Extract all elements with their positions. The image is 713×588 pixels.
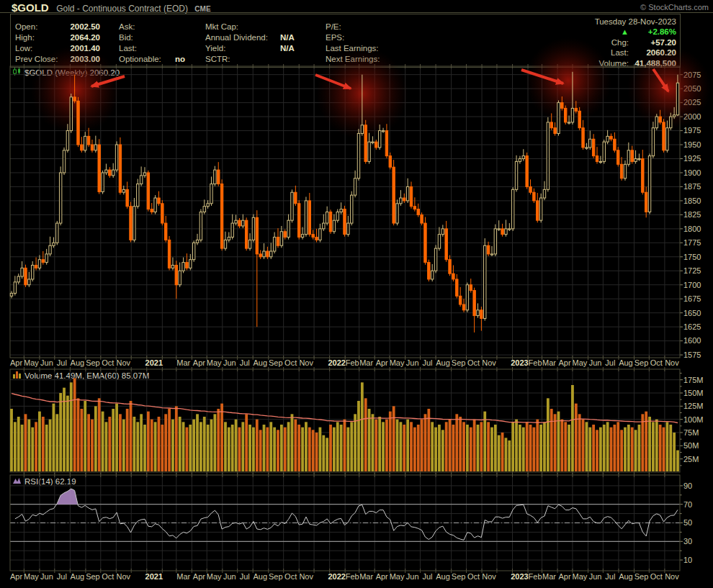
month-label-bottom: May bbox=[573, 572, 588, 581]
candle-body bbox=[606, 136, 609, 142]
candle-body bbox=[284, 232, 286, 238]
candle-body bbox=[49, 245, 51, 254]
candle-body bbox=[610, 136, 612, 139]
month-label: Nov bbox=[665, 358, 679, 367]
month-label: Sep bbox=[634, 358, 649, 367]
candle-body bbox=[207, 204, 209, 207]
month-label: Jun bbox=[589, 358, 602, 367]
volume-bar bbox=[256, 420, 259, 471]
volume-bar bbox=[494, 425, 497, 471]
month-label-bottom: Apr bbox=[376, 572, 388, 581]
volume-bar bbox=[53, 404, 55, 471]
volume-bar bbox=[319, 428, 322, 471]
candle-body bbox=[171, 265, 174, 268]
volume-bar bbox=[564, 422, 567, 471]
candle-body bbox=[462, 304, 465, 310]
volume-bar bbox=[665, 422, 668, 471]
volume-bar bbox=[483, 412, 486, 471]
candle-body bbox=[459, 296, 461, 304]
volume-bar bbox=[554, 414, 557, 471]
month-label-bottom: Aug bbox=[71, 572, 85, 581]
month-label-bottom: Jun bbox=[40, 572, 53, 581]
volume-bar bbox=[287, 422, 290, 471]
volume-bar bbox=[470, 428, 472, 471]
candle-body bbox=[431, 271, 434, 279]
month-label: Feb bbox=[346, 358, 359, 367]
price-tick-label: 2025 bbox=[683, 98, 701, 107]
volume-bar bbox=[238, 428, 241, 471]
volume-bar bbox=[175, 406, 178, 471]
candle-body bbox=[323, 223, 325, 229]
volume-bar bbox=[424, 414, 427, 471]
month-label: Nov bbox=[482, 358, 496, 367]
volume-bar bbox=[312, 430, 315, 471]
month-label: Mar bbox=[176, 358, 190, 367]
volume-bar bbox=[645, 412, 647, 471]
volume-bar bbox=[634, 430, 637, 471]
candle-body bbox=[554, 128, 556, 134]
candle-body bbox=[133, 207, 135, 240]
candle-body bbox=[400, 198, 402, 204]
volume-bar bbox=[126, 409, 129, 471]
candle-body bbox=[638, 159, 640, 160]
candle-body bbox=[333, 220, 335, 232]
month-label: Nov bbox=[299, 358, 313, 367]
quote-row: EPS: bbox=[326, 32, 380, 43]
volume-bar bbox=[547, 398, 550, 471]
candle-body bbox=[45, 254, 48, 263]
candle-body bbox=[218, 170, 220, 184]
volume-bar bbox=[592, 425, 595, 471]
volume-bar bbox=[326, 438, 328, 471]
candle-body bbox=[102, 173, 104, 191]
volume-bar bbox=[346, 428, 349, 471]
month-label: Jul bbox=[57, 358, 67, 367]
volume-bar bbox=[98, 398, 101, 471]
month-label: Sep bbox=[269, 358, 283, 367]
month-label: Apr bbox=[559, 358, 571, 367]
month-label: Aug bbox=[71, 358, 85, 367]
month-label-bottom: Mar bbox=[542, 572, 556, 581]
candle-body bbox=[406, 186, 408, 200]
candle-body bbox=[557, 103, 560, 134]
candle-body bbox=[220, 184, 223, 249]
candle-body bbox=[539, 198, 542, 220]
volume-bar bbox=[91, 420, 94, 471]
quote-row: Prev Close:2003.00 bbox=[15, 54, 100, 65]
candle-body bbox=[378, 131, 380, 148]
volume-bar bbox=[449, 420, 452, 471]
volume-bar bbox=[539, 425, 542, 471]
month-label: May bbox=[573, 358, 588, 367]
month-label-bottom: Jun bbox=[406, 572, 419, 581]
quote-row: Last Earnings: bbox=[326, 43, 380, 54]
month-label-bottom: Jul bbox=[605, 572, 615, 581]
candle-body bbox=[575, 108, 577, 111]
volume-bar bbox=[410, 422, 413, 471]
candle-body bbox=[385, 131, 387, 156]
candle-body bbox=[347, 223, 349, 235]
volume-bar bbox=[501, 433, 504, 471]
volume-bar bbox=[620, 430, 623, 471]
volume-bar bbox=[119, 414, 122, 471]
volume-bar bbox=[361, 382, 364, 471]
candle-body bbox=[266, 251, 269, 257]
volume-bar bbox=[498, 435, 501, 471]
volume-bar bbox=[269, 422, 272, 471]
candle-body bbox=[21, 268, 23, 276]
candle-body bbox=[301, 235, 303, 238]
volume-bar bbox=[192, 420, 195, 471]
volume-legend-text: Volume 41.49M, EMA(60) 85.07M bbox=[24, 371, 149, 380]
volume-bar bbox=[508, 440, 511, 471]
candle-body bbox=[143, 173, 145, 176]
month-label: Aug bbox=[436, 358, 450, 367]
candle-body bbox=[586, 148, 588, 148]
candle-body bbox=[393, 167, 395, 223]
candle-body bbox=[28, 279, 30, 285]
volume-bar bbox=[586, 422, 588, 471]
candle-body bbox=[361, 125, 363, 134]
month-label-bottom: May bbox=[390, 572, 405, 581]
volume-bar bbox=[578, 414, 581, 471]
candle-body bbox=[94, 145, 97, 150]
panel-border bbox=[10, 475, 680, 571]
volume-bar bbox=[350, 422, 353, 471]
candle-body bbox=[158, 198, 160, 204]
